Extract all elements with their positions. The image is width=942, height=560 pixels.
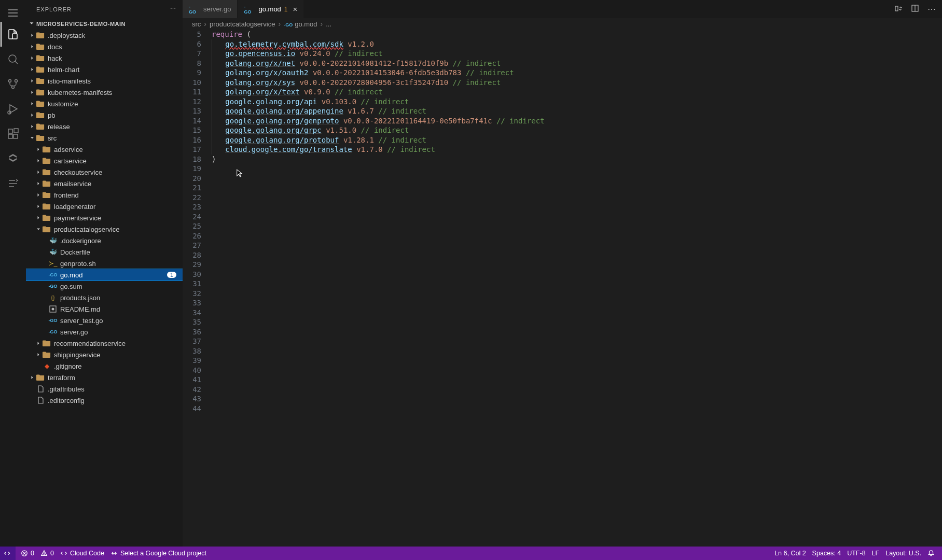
remote-button[interactable] xyxy=(0,547,16,560)
code-line[interactable] xyxy=(212,385,942,395)
code-line[interactable] xyxy=(212,174,942,184)
code-line[interactable] xyxy=(212,183,942,193)
code-line[interactable]: google.golang.org/grpc v1.51.0 // indire… xyxy=(212,125,942,135)
tree-item-adservice[interactable]: adservice xyxy=(26,144,183,155)
sidebar-actions[interactable]: ⋯ xyxy=(170,6,176,12)
tree-item--editorconfig[interactable]: .editorconfig xyxy=(26,395,183,406)
eol-status[interactable]: LF xyxy=(869,547,883,560)
other-view[interactable] xyxy=(1,171,25,196)
code-line[interactable] xyxy=(212,270,942,279)
split-editor-icon[interactable] xyxy=(911,4,919,15)
tree-item-checkoutservice[interactable]: checkoutservice xyxy=(26,166,183,178)
search-view[interactable] xyxy=(1,47,25,72)
tree-item-recommendationservice[interactable]: recommendationservice xyxy=(26,338,183,349)
tree-item-pb[interactable]: pb xyxy=(26,109,183,121)
encoding-status[interactable]: UTF-8 xyxy=(844,547,868,560)
tree-item-src[interactable]: src xyxy=(26,132,183,144)
code-line[interactable] xyxy=(212,308,942,318)
code-line[interactable]: require ( xyxy=(212,30,942,39)
tree-item-genproto-sh[interactable]: ≻_genproto.sh xyxy=(26,258,183,269)
code-line[interactable]: ) xyxy=(212,155,942,164)
cursor-position[interactable]: Ln 6, Col 2 xyxy=(771,547,809,560)
tree-item-go-sum[interactable]: -GOgo.sum xyxy=(26,281,183,292)
tree-item-istio-manifests[interactable]: istio-manifests xyxy=(26,75,183,87)
tree-item-kustomize[interactable]: kustomize xyxy=(26,98,183,109)
tree-item-helm-chart[interactable]: helm-chart xyxy=(26,64,183,75)
code-line[interactable]: google.golang.org/genproto v0.0.0-202212… xyxy=(212,116,942,126)
code-line[interactable] xyxy=(212,394,942,404)
tree-item--deploystack[interactable]: .deploystack xyxy=(26,30,183,41)
tree-item-go-mod[interactable]: -GOgo.mod1 xyxy=(26,269,183,281)
tree-item-cartservice[interactable]: cartservice xyxy=(26,155,183,166)
errors-status[interactable]: 0 xyxy=(18,547,37,560)
code-line[interactable] xyxy=(212,404,942,414)
tree-item-emailservice[interactable]: emailservice xyxy=(26,178,183,189)
code-content[interactable]: require ( go.telemetry.cymbal.com/sdk v1… xyxy=(212,30,942,547)
source-control-view[interactable] xyxy=(1,72,25,96)
code-line[interactable] xyxy=(212,193,942,203)
notifications-icon[interactable] xyxy=(924,547,938,560)
code-line[interactable]: cloud.google.com/go/translate v1.7.0 // … xyxy=(212,145,942,155)
tree-item-paymentservice[interactable]: paymentservice xyxy=(26,212,183,223)
code-line[interactable] xyxy=(212,250,942,260)
extensions-view[interactable] xyxy=(1,121,25,146)
code-line[interactable] xyxy=(212,337,942,346)
gcp-project-select[interactable]: Select a Google Cloud project xyxy=(107,547,210,560)
code-line[interactable] xyxy=(212,241,942,250)
code-line[interactable] xyxy=(212,212,942,222)
tree-item-server-test-go[interactable]: -GOserver_test.go xyxy=(26,315,183,326)
code-line[interactable] xyxy=(212,279,942,289)
cloud-code-view[interactable] xyxy=(1,146,25,171)
tree-item-frontend[interactable]: frontend xyxy=(26,189,183,201)
compare-icon[interactable] xyxy=(894,4,903,15)
tree-item-dockerfile[interactable]: 🐳Dockerfile xyxy=(26,246,183,258)
code-line[interactable] xyxy=(212,298,942,308)
warnings-status[interactable]: 0 xyxy=(37,547,57,560)
code-line[interactable] xyxy=(212,317,942,327)
code-line[interactable] xyxy=(212,366,942,375)
project-header[interactable]: MICROSERVICES-DEMO-MAIN xyxy=(26,18,183,30)
file-tree[interactable]: .deploystackdocshackhelm-chartistio-mani… xyxy=(26,30,183,547)
menu-button[interactable] xyxy=(1,4,25,22)
code-line[interactable] xyxy=(212,327,942,337)
tree-item-terraform[interactable]: terraform xyxy=(26,372,183,383)
breadcrumb-segment[interactable]: -GOgo.mod xyxy=(284,20,317,28)
code-line[interactable]: go.opencensus.io v0.24.0 // indirect xyxy=(212,49,942,59)
tree-item-release[interactable]: release xyxy=(26,121,183,132)
tree-item-productcatalogservice[interactable]: productcatalogservice xyxy=(26,223,183,235)
code-line[interactable] xyxy=(212,231,942,241)
code-line[interactable]: google.golang.org/protobuf v1.28.1 // in… xyxy=(212,135,942,145)
code-line[interactable]: go.telemetry.cymbal.com/sdk v1.2.0 xyxy=(212,39,942,49)
tree-item--gitattributes[interactable]: .gitattributes xyxy=(26,383,183,395)
code-editor[interactable]: 5678910111213141516171819202122232425262… xyxy=(183,30,942,547)
more-actions-icon[interactable]: ⋯ xyxy=(927,4,936,14)
explorer-view[interactable] xyxy=(1,22,25,47)
cloud-code-status[interactable]: Cloud Code xyxy=(57,547,107,560)
close-icon[interactable]: × xyxy=(293,5,298,13)
tab-server-go[interactable]: -GOserver.go xyxy=(183,0,238,18)
tree-item-hack[interactable]: hack xyxy=(26,52,183,64)
keyboard-layout[interactable]: Layout: U.S. xyxy=(882,547,924,560)
code-line[interactable] xyxy=(212,260,942,270)
tree-item-shippingservice[interactable]: shippingservice xyxy=(26,349,183,360)
code-line[interactable] xyxy=(212,289,942,299)
code-line[interactable] xyxy=(212,164,942,174)
code-line[interactable]: golang.org/x/sys v0.0.0-20220728004956-3… xyxy=(212,78,942,88)
code-line[interactable]: golang.org/x/text v0.9.0 // indirect xyxy=(212,87,942,97)
tree-item-kubernetes-manifests[interactable]: kubernetes-manifests xyxy=(26,87,183,98)
tree-item--dockerignore[interactable]: 🐳.dockerignore xyxy=(26,235,183,246)
tree-item-readme-md[interactable]: README.md xyxy=(26,303,183,315)
tree-item-docs[interactable]: docs xyxy=(26,41,183,52)
code-line[interactable] xyxy=(212,346,942,356)
tree-item-server-go[interactable]: -GOserver.go xyxy=(26,326,183,338)
breadcrumb-segment[interactable]: productcatalogservice xyxy=(210,20,275,28)
code-line[interactable]: google.golang.org/api v0.103.0 // indire… xyxy=(212,97,942,107)
breadcrumbs[interactable]: src›productcatalogservice›-GOgo.mod›... xyxy=(183,18,942,30)
code-line[interactable] xyxy=(212,356,942,366)
code-line[interactable]: golang.org/x/oauth2 v0.0.0-2022101415304… xyxy=(212,68,942,78)
tree-item--gitignore[interactable]: ◆.gitignore xyxy=(26,360,183,372)
breadcrumb-segment[interactable]: ... xyxy=(326,20,331,28)
tree-item-products-json[interactable]: {}products.json xyxy=(26,292,183,303)
code-line[interactable]: google.golang.org/appengine v1.6.7 // in… xyxy=(212,106,942,116)
indent-status[interactable]: Spaces: 4 xyxy=(809,547,844,560)
